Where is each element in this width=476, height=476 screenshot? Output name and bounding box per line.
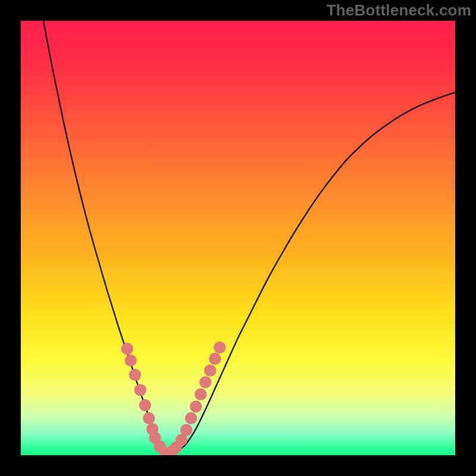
chart-frame: TheBottleneck.com bbox=[0, 0, 476, 476]
highlight-dot bbox=[209, 353, 221, 365]
highlight-dot bbox=[121, 343, 133, 355]
highlight-dot bbox=[199, 376, 211, 388]
gradient-background bbox=[21, 21, 455, 455]
highlight-dot bbox=[180, 424, 192, 436]
highlight-dot bbox=[204, 364, 216, 376]
highlight-dot bbox=[143, 412, 155, 424]
highlight-dot bbox=[190, 400, 202, 412]
highlight-dot bbox=[139, 399, 151, 411]
highlight-dot bbox=[129, 369, 141, 381]
highlight-dot bbox=[214, 342, 226, 353]
bottleneck-plot bbox=[0, 0, 476, 476]
highlight-dot bbox=[134, 384, 146, 396]
watermark-label: TheBottleneck.com bbox=[327, 1, 471, 20]
highlight-dot bbox=[185, 412, 197, 424]
highlight-dot bbox=[195, 389, 206, 400]
highlight-dot bbox=[124, 355, 136, 367]
